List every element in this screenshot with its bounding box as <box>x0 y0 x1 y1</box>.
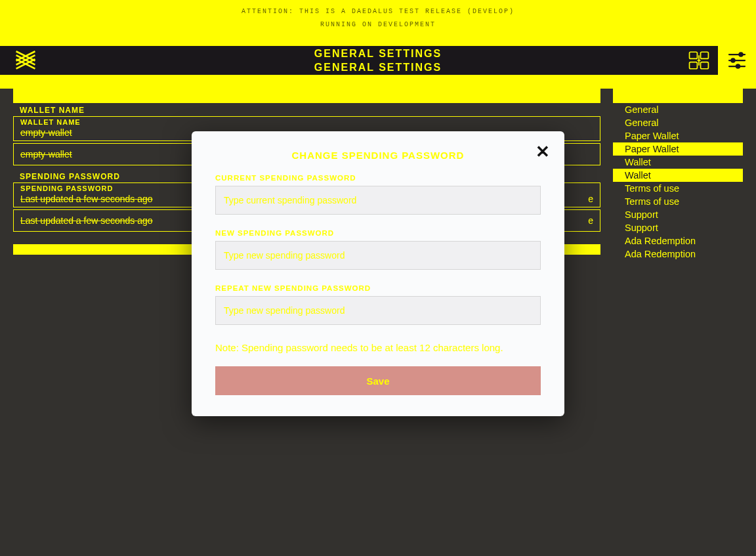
current-password-input[interactable] <box>215 186 541 215</box>
sidebar-item-support[interactable]: Support <box>613 208 743 221</box>
sidebar-item-paper-wallet[interactable]: Paper Wallet <box>613 142 743 156</box>
new-password-label: NEW SPENDING PASSWORD <box>215 229 541 237</box>
spending-password-caption-inner: SPENDING PASSWORD <box>20 184 113 192</box>
svg-rect-3 <box>701 62 709 69</box>
dialog-title: CHANGE SPENDING PASSWORD <box>215 150 541 161</box>
test-release-banner: ATTENTION: THIS IS A DAEDALUS TEST RELEA… <box>0 0 756 46</box>
spending-suffix-1: e <box>588 194 593 204</box>
sidebar-item-paper-wallet[interactable]: Paper Wallet <box>613 129 743 142</box>
svg-point-9 <box>736 64 740 68</box>
sidebar-item-wallet[interactable]: Wallet <box>613 156 743 169</box>
wallet-name-caption-inner: WALLET NAME <box>20 118 81 126</box>
spending-password-updated: Last updated a few seconds ago <box>20 194 153 204</box>
sidebar-item-general[interactable]: General <box>613 116 743 129</box>
svg-rect-0 <box>690 52 698 58</box>
current-password-label: CURRENT SPENDING PASSWORD <box>215 174 541 182</box>
page-title-2: GENERAL SETTINGS <box>0 61 756 74</box>
new-password-input[interactable] <box>215 241 541 270</box>
save-button[interactable]: Save <box>215 366 541 395</box>
sidebar-item-general[interactable]: General <box>613 103 743 116</box>
wallet-name-caption: WALLET NAME <box>13 103 600 115</box>
wallet-name-value-2: empty-wallet <box>20 149 72 160</box>
nav-settings-icon[interactable] <box>718 46 756 75</box>
password-note: Note: Spending password needs to be at l… <box>215 342 541 353</box>
nav-wallets-icon[interactable] <box>680 46 718 75</box>
repeat-password-input[interactable] <box>215 296 541 325</box>
sidebar-item-terms[interactable]: Terms of use <box>613 195 743 208</box>
svg-point-7 <box>731 58 734 62</box>
page-title-1: GENERAL SETTINGS <box>0 47 756 60</box>
page-title-stack: GENERAL SETTINGS GENERAL SETTINGS <box>0 47 756 74</box>
settings-sidebar: General General Paper Wallet Paper Walle… <box>613 89 743 261</box>
repeat-password-label: REPEAT NEW SPENDING PASSWORD <box>215 284 541 292</box>
app-logo-icon[interactable] <box>14 49 37 71</box>
wallet-name-value: empty-wallet <box>20 127 72 138</box>
svg-rect-2 <box>690 62 698 69</box>
change-password-dialog: CHANGE SPENDING PASSWORD ✕ CURRENT SPEND… <box>192 131 564 416</box>
yellow-divider <box>0 75 756 89</box>
close-icon[interactable]: ✕ <box>536 146 550 158</box>
sidebar-item-wallet[interactable]: Wallet <box>613 169 743 182</box>
content-top-block <box>13 89 600 103</box>
sidebar-top-block <box>613 89 743 103</box>
spending-password-updated-2: Last updated a few seconds ago <box>20 215 153 226</box>
sidebar-item-ada-redemption[interactable]: Ada Redemption <box>613 247 743 261</box>
sidebar-item-ada-redemption[interactable]: Ada Redemption <box>613 234 743 247</box>
spending-suffix-2: e <box>588 215 593 226</box>
sidebar-item-support[interactable]: Support <box>613 221 743 234</box>
svg-rect-1 <box>701 52 709 58</box>
nav-bar: GENERAL SETTINGS GENERAL SETTINGS <box>0 46 756 75</box>
banner-line-2: RUNNING ON DEVELOPMENT <box>0 18 756 32</box>
svg-point-5 <box>739 53 742 56</box>
sidebar-item-terms[interactable]: Terms of use <box>613 182 743 195</box>
banner-line-1: ATTENTION: THIS IS A DAEDALUS TEST RELEA… <box>0 5 756 18</box>
